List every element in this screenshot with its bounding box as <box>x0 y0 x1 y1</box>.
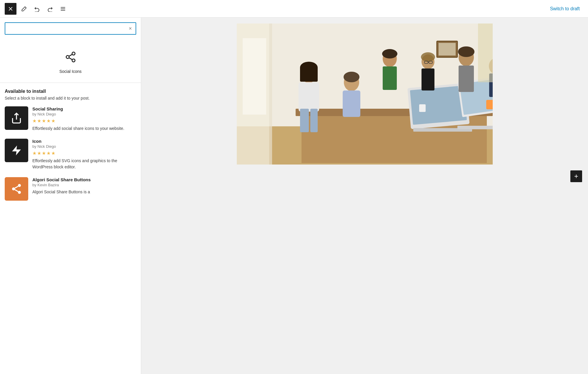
sidebar: social icons × Social Icons Available to… <box>0 18 141 374</box>
plugin-name: Social Sharing <box>32 106 136 111</box>
plugin-stars-icon: ★ ★ ★ ★ ★ <box>32 150 136 156</box>
install-section: Available to install Select a block to i… <box>0 83 141 214</box>
plugin-name-algori: Algori Social Share Buttons <box>32 177 136 182</box>
close-button[interactable] <box>5 3 16 15</box>
add-block-container: + <box>570 170 582 182</box>
algori-plugin-icon <box>5 177 28 201</box>
plugin-stars: ★ ★ ★ ★ ★ <box>32 118 136 124</box>
svg-point-7 <box>72 59 75 62</box>
plugin-info-social-sharing: Social Sharing by Nick Diego ★ ★ ★ ★ ★ E… <box>32 106 136 132</box>
svg-point-12 <box>18 184 21 187</box>
redo-button[interactable] <box>45 4 55 14</box>
svg-rect-36 <box>343 90 360 117</box>
plugin-author-algori: by Kevin Bazira <box>32 183 136 187</box>
svg-point-13 <box>12 187 15 190</box>
star-3: ★ <box>42 118 46 124</box>
plugin-item-algori[interactable]: Algori Social Share Buttons by Kevin Baz… <box>5 177 136 201</box>
search-box: social icons × <box>5 22 136 35</box>
search-clear-button[interactable]: × <box>127 25 134 32</box>
switch-to-draft-button[interactable]: Switch to draft <box>547 4 583 14</box>
svg-rect-55 <box>457 126 493 129</box>
add-block-button[interactable]: + <box>570 170 582 182</box>
star-5: ★ <box>51 118 55 124</box>
plugin-item-social-sharing[interactable]: Social Sharing by Nick Diego ★ ★ ★ ★ ★ E… <box>5 106 136 132</box>
svg-rect-60 <box>478 24 493 82</box>
clear-icon: × <box>129 26 132 32</box>
social-icons-icon <box>65 51 76 66</box>
social-sharing-icon <box>5 106 28 130</box>
team-photo <box>237 24 493 165</box>
svg-line-15 <box>15 190 18 192</box>
install-section-title: Available to install <box>5 89 136 94</box>
svg-rect-30 <box>300 67 318 82</box>
svg-rect-53 <box>486 100 493 109</box>
svg-point-41 <box>421 52 435 62</box>
star-3: ★ <box>42 150 46 156</box>
undo-button[interactable] <box>32 4 42 14</box>
star-4: ★ <box>46 150 51 156</box>
star-4: ★ <box>46 118 51 124</box>
main-layout: social icons × Social Icons Available to… <box>0 18 588 374</box>
svg-line-8 <box>69 58 72 60</box>
block-result-social-icons[interactable]: Social Icons <box>0 39 141 83</box>
star-2: ★ <box>37 118 41 124</box>
svg-point-35 <box>344 72 359 82</box>
svg-marker-11 <box>12 145 21 155</box>
toolbar: Switch to draft <box>0 0 588 18</box>
plugin-desc-icon: Effortlessly add SVG icons and graphics … <box>32 158 136 170</box>
star-1: ★ <box>32 150 36 156</box>
close-icon <box>8 6 13 11</box>
svg-rect-31 <box>299 82 319 112</box>
edit-button[interactable] <box>19 4 29 14</box>
icon-plugin-icon <box>5 139 28 162</box>
install-section-desc: Select a block to install and add it to … <box>5 96 136 100</box>
svg-point-14 <box>18 191 21 194</box>
svg-line-9 <box>69 54 72 56</box>
svg-point-44 <box>458 46 474 57</box>
star-2: ★ <box>37 150 41 156</box>
svg-rect-56 <box>237 24 269 165</box>
svg-rect-58 <box>439 43 456 56</box>
plugin-author: by Nick Diego <box>32 112 136 116</box>
svg-rect-52 <box>419 104 426 112</box>
plugin-desc-algori: Algori Social Share Buttons is a <box>32 189 136 195</box>
toolbar-left <box>5 3 544 15</box>
plugin-item-icon[interactable]: Icon by Nick Diego ★ ★ ★ ★ ★ Effortlessl… <box>5 139 136 170</box>
svg-rect-32 <box>300 109 309 132</box>
team-photo-svg <box>237 24 493 165</box>
svg-point-38 <box>382 49 397 58</box>
hamburger-icon <box>60 6 66 12</box>
svg-rect-42 <box>422 68 434 90</box>
menu-button[interactable] <box>58 4 68 14</box>
search-input[interactable]: social icons <box>5 22 136 35</box>
plugin-desc: Effortlessly add social share icons to y… <box>32 125 136 132</box>
svg-line-16 <box>15 186 18 188</box>
svg-rect-39 <box>383 66 397 90</box>
svg-rect-45 <box>459 66 474 92</box>
plugin-info-algori: Algori Social Share Buttons by Kevin Baz… <box>32 177 136 195</box>
plugin-info-icon: Icon by Nick Diego ★ ★ ★ ★ ★ Effortlessl… <box>32 139 136 170</box>
svg-rect-33 <box>310 109 318 132</box>
svg-rect-25 <box>410 85 467 125</box>
plugin-author-icon: by Nick Diego <box>32 144 136 149</box>
toolbar-right: Switch to draft <box>547 4 583 14</box>
block-result-label: Social Icons <box>59 69 81 74</box>
undo-icon <box>34 6 40 12</box>
star-1: ★ <box>32 118 36 124</box>
svg-point-6 <box>66 56 69 58</box>
pencil-icon <box>21 6 27 12</box>
star-5: ★ <box>51 150 55 156</box>
content-area: + <box>141 18 588 374</box>
svg-point-5 <box>72 52 75 55</box>
plugin-name-icon: Icon <box>32 139 136 144</box>
redo-icon <box>47 6 53 12</box>
